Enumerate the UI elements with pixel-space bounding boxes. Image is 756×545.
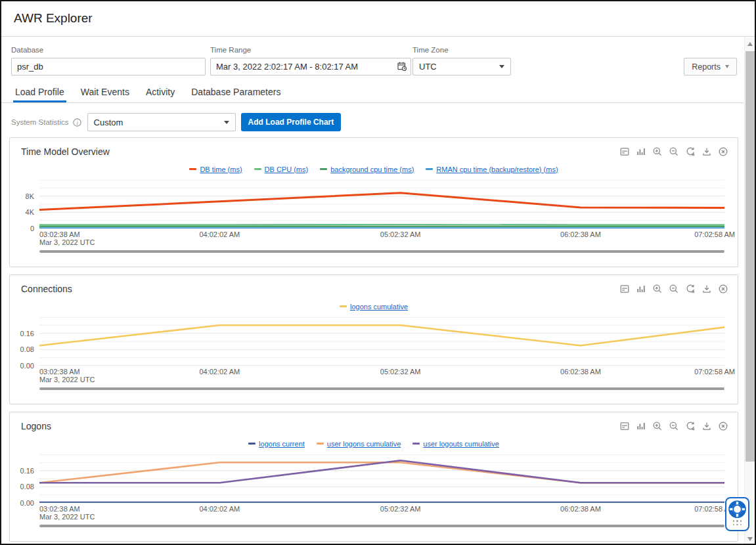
legend-item[interactable]: logons current — [248, 440, 305, 448]
database-label: Database — [11, 46, 206, 54]
chart-range-scrollbar[interactable] — [39, 250, 724, 253]
time-range-label: Time Range — [210, 46, 411, 54]
plot-area[interactable]: 0.000.080.16 — [39, 317, 724, 366]
legend-marker — [412, 443, 420, 445]
y-axis-label: 0.16 — [10, 467, 34, 475]
statistic-select[interactable]: Custom — [87, 113, 236, 131]
time-zone-value: UTC — [419, 62, 499, 72]
page-title: AWR Explorer — [14, 11, 93, 26]
legend-link[interactable]: logons cumulative — [350, 303, 408, 311]
table-view-icon[interactable] — [619, 421, 630, 431]
table-view-icon[interactable] — [619, 146, 630, 157]
remove-chart-icon[interactable] — [718, 421, 728, 431]
chart-range-scrollbar[interactable] — [39, 525, 724, 527]
zoom-in-icon[interactable] — [652, 146, 663, 157]
tab-load-profile[interactable]: Load Profile — [13, 83, 66, 102]
legend-marker — [340, 305, 347, 307]
legend-item[interactable]: background cpu time (ms) — [320, 165, 414, 173]
x-axis-label: 03:02:38 AMMar 3, 2022 UTC — [39, 368, 95, 383]
download-icon[interactable] — [701, 146, 712, 157]
tab-activity[interactable]: Activity — [144, 83, 177, 102]
tab-database-parameters[interactable]: Database Parameters — [189, 83, 282, 102]
zoom-in-icon[interactable] — [652, 284, 663, 294]
chart-legend: logons cumulative — [10, 301, 738, 311]
zoom-out-icon[interactable] — [669, 421, 679, 431]
tab-bar: Load ProfileWait EventsActivityDatabase … — [0, 83, 745, 103]
time-range-input[interactable] — [210, 58, 411, 76]
info-icon[interactable]: i — [72, 118, 82, 127]
legend-link[interactable]: background cpu time (ms) — [330, 165, 414, 173]
chart-canvas — [39, 454, 724, 503]
chart-legend: logons currentuser logons cumulativeuser… — [10, 439, 738, 448]
scroll-down-icon[interactable] — [747, 537, 753, 541]
svg-text:i: i — [76, 119, 78, 125]
reports-button[interactable]: Reports — [684, 58, 737, 76]
app-header: AWR Explorer — [0, 0, 756, 37]
legend-item[interactable]: user logouts cumulative — [412, 440, 499, 448]
x-axis-date-label: Mar 3, 2022 UTC — [39, 513, 95, 521]
legend-link[interactable]: user logouts cumulative — [423, 440, 499, 448]
chart-canvas — [39, 317, 724, 366]
zoom-out-icon[interactable] — [669, 146, 679, 157]
download-icon[interactable] — [701, 421, 712, 431]
reset-zoom-icon[interactable] — [685, 284, 696, 294]
y-axis-label: 0.00 — [10, 499, 34, 507]
tab-wait-events[interactable]: Wait Events — [79, 83, 131, 102]
series-line — [39, 325, 724, 345]
filter-bar: Database Time Range Time Zone UTC — [0, 37, 745, 76]
zoom-out-icon[interactable] — [669, 284, 679, 294]
bar-chart-icon[interactable] — [636, 284, 646, 294]
plot-area[interactable]: 0.000.080.16 — [39, 454, 724, 503]
reset-zoom-icon[interactable] — [685, 421, 696, 431]
dropdown-caret-icon — [725, 65, 729, 68]
main-content: Database Time Range Time Zone UTC — [0, 37, 745, 545]
legend-marker — [248, 443, 256, 445]
life-buoy-icon[interactable] — [728, 500, 746, 518]
download-icon[interactable] — [701, 284, 712, 294]
add-load-profile-chart-button[interactable]: Add Load Profile Chart — [241, 113, 342, 131]
x-axis-label: 04:02:02 AM — [199, 230, 240, 238]
grid-dots-icon[interactable] — [733, 520, 742, 526]
chart-title: Time Model Overview — [21, 146, 110, 157]
scroll-up-icon[interactable] — [747, 42, 753, 46]
remove-chart-icon[interactable] — [718, 146, 728, 157]
legend-marker — [317, 443, 324, 445]
legend-item[interactable]: RMAN cpu time (backup/restore) (ms) — [426, 165, 558, 173]
zoom-in-icon[interactable] — [652, 421, 663, 431]
time-zone-select[interactable]: UTC — [412, 58, 511, 76]
legend-item[interactable]: DB CPU (ms) — [254, 165, 309, 173]
dropdown-caret-icon — [224, 121, 229, 124]
legend-link[interactable]: DB CPU (ms) — [265, 165, 309, 173]
time-zone-label: Time Zone — [412, 46, 511, 54]
legend-marker — [426, 168, 433, 170]
database-input[interactable] — [11, 58, 206, 76]
help-launcher[interactable] — [725, 497, 749, 531]
plot-area[interactable]: 04K8K — [39, 180, 724, 229]
calendar-clock-icon[interactable] — [397, 61, 407, 72]
time-range-field: Time Range — [210, 46, 411, 76]
reset-zoom-icon[interactable] — [685, 146, 696, 157]
statistic-select-value: Custom — [94, 118, 224, 127]
legend-link[interactable]: user logons cumulative — [327, 440, 401, 448]
chart-title: Connections — [21, 284, 72, 294]
chart-range-scrollbar[interactable] — [39, 387, 724, 390]
x-axis-label: 06:02:38 AM — [560, 505, 601, 513]
bar-chart-icon[interactable] — [636, 421, 646, 431]
x-axis: 03:02:38 AMMar 3, 2022 UTC04:02:02 AM05:… — [39, 230, 724, 247]
database-field: Database — [11, 46, 206, 76]
legend-link[interactable]: logons current — [259, 440, 305, 448]
x-axis-label: 03:02:38 AMMar 3, 2022 UTC — [39, 230, 95, 246]
bar-chart-icon[interactable] — [636, 146, 646, 157]
legend-link[interactable]: RMAN cpu time (backup/restore) (ms) — [436, 165, 558, 173]
legend-link[interactable]: DB time (ms) — [200, 165, 242, 173]
x-axis: 03:02:38 AMMar 3, 2022 UTC04:02:02 AM05:… — [39, 504, 724, 521]
x-axis-label: 03:02:38 AMMar 3, 2022 UTC — [39, 505, 95, 521]
legend-item[interactable]: DB time (ms) — [189, 165, 242, 173]
vertical-scrollbar[interactable] — [744, 37, 756, 545]
legend-item[interactable]: logons cumulative — [340, 303, 408, 311]
chart-panel-logons: Logonslogons currentuser logons cumulati… — [9, 412, 738, 542]
scrollbar-thumb[interactable] — [745, 51, 755, 462]
legend-item[interactable]: user logons cumulative — [317, 440, 401, 448]
remove-chart-icon[interactable] — [718, 284, 728, 294]
table-view-icon[interactable] — [619, 284, 630, 294]
